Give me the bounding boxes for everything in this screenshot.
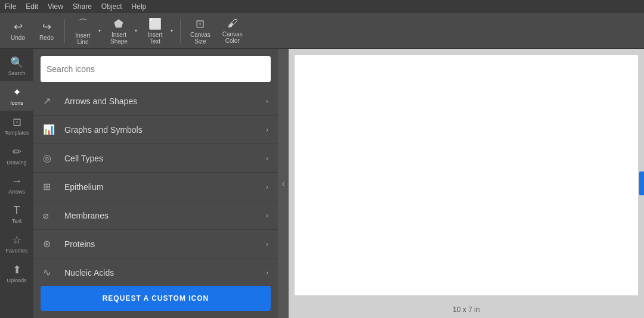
- panel-collapse-button[interactable]: ‹: [278, 49, 289, 318]
- menu-view[interactable]: View: [48, 2, 63, 11]
- chevron-right-2-icon: ›: [266, 126, 268, 134]
- insert-line-group: ⌒ Insert Line ▾: [70, 14, 103, 48]
- canvas-size-label: 10 x 7 in: [453, 305, 479, 314]
- undo-icon: ↩: [14, 20, 23, 33]
- menu-file[interactable]: File: [5, 2, 16, 11]
- canvas-inner[interactable]: [295, 55, 638, 295]
- category-list: ↗ Arrows and Shapes › 📊 Graphs and Symbo…: [33, 87, 278, 281]
- category-proteins[interactable]: ⊛ Proteins ›: [33, 230, 278, 258]
- sidebar-item-icons[interactable]: ✦ Icons: [0, 81, 33, 111]
- search-input[interactable]: [47, 64, 265, 74]
- request-custom-icon-button[interactable]: REQUEST A CUSTOM ICON: [41, 286, 271, 311]
- insert-text-dropdown[interactable]: ▾: [168, 26, 175, 36]
- canvas-color-button[interactable]: 🖌 Canvas Color: [218, 15, 247, 46]
- category-nucleic-acids[interactable]: ∿ Nucleic Acids ›: [33, 258, 278, 281]
- canvas-footer: 10 x 7 in: [289, 301, 644, 318]
- search-input-wrapper: [41, 56, 271, 82]
- menu-object[interactable]: Object: [101, 2, 122, 11]
- sidebar-item-templates[interactable]: ⊡ Templates: [0, 111, 33, 141]
- canvas-area[interactable]: 10 x 7 in: [289, 49, 644, 318]
- chevron-right-7-icon: ›: [266, 269, 268, 277]
- arrows-shapes-icon: ↗: [43, 95, 57, 107]
- redo-button[interactable]: ↪ Redo: [33, 18, 60, 43]
- menu-bar: File Edit View Share Object Help: [0, 0, 644, 13]
- favorites-nav-icon: ☆: [12, 233, 21, 247]
- insert-line-icon: ⌒: [78, 17, 88, 31]
- insert-line-button[interactable]: ⌒ Insert Line: [70, 14, 96, 48]
- insert-shape-button[interactable]: ⬟ Insert Shape: [106, 15, 132, 47]
- category-membranes[interactable]: ⌀ Membranes ›: [33, 201, 278, 230]
- arrows-nav-icon: →: [11, 175, 22, 188]
- canvas-size-icon: ⊡: [196, 17, 205, 30]
- redo-icon: ↪: [42, 20, 51, 33]
- graphs-symbols-icon: 📊: [43, 124, 57, 135]
- right-panel-indicator: [639, 172, 644, 195]
- insert-shape-group: ⬟ Insert Shape ▾: [106, 15, 140, 47]
- category-epithelium[interactable]: ⊞ Epithelium ›: [33, 173, 278, 201]
- category-graphs-symbols[interactable]: 📊 Graphs and Symbols ›: [33, 116, 278, 144]
- epithelium-icon: ⊞: [43, 181, 57, 192]
- nucleic-acids-icon: ∿: [43, 267, 57, 278]
- icons-nav-icon: ✦: [13, 86, 21, 99]
- drawing-nav-icon: ✏: [13, 145, 21, 158]
- search-area: [33, 49, 278, 87]
- category-arrows-shapes[interactable]: ↗ Arrows and Shapes ›: [33, 87, 278, 116]
- insert-text-icon: ⬜: [148, 17, 162, 30]
- insert-text-group: ⬜ Insert Text ▾: [142, 15, 175, 47]
- menu-help[interactable]: Help: [132, 2, 147, 11]
- search-nav-icon: 🔍: [10, 56, 23, 69]
- canvas-color-icon: 🖌: [227, 17, 238, 30]
- insert-shape-icon: ⬟: [114, 17, 123, 30]
- menu-edit[interactable]: Edit: [26, 2, 38, 11]
- undo-button[interactable]: ↩ Undo: [5, 18, 31, 43]
- templates-nav-icon: ⊡: [13, 116, 21, 129]
- category-cell-types[interactable]: ◎ Cell Types ›: [33, 144, 278, 173]
- proteins-icon: ⊛: [43, 238, 57, 250]
- chevron-right-4-icon: ›: [266, 183, 268, 191]
- sidebar-item-search[interactable]: 🔍 Search: [0, 51, 33, 81]
- menu-share[interactable]: Share: [73, 2, 92, 11]
- chevron-right-3-icon: ›: [266, 154, 268, 163]
- sidebar-item-uploads[interactable]: ⬆ Uploads: [0, 258, 33, 288]
- toolbar-divider-1: [64, 19, 65, 43]
- insert-line-dropdown[interactable]: ▾: [96, 26, 103, 36]
- sidebar-item-favorites[interactable]: ☆ Favorites: [0, 229, 33, 258]
- cell-types-icon: ◎: [43, 152, 57, 164]
- chevron-right-icon: ›: [266, 97, 268, 105]
- chevron-right-5-icon: ›: [266, 211, 268, 220]
- uploads-nav-icon: ⬆: [13, 263, 21, 276]
- sidebar-item-drawing[interactable]: ✏ Drawing: [0, 141, 33, 170]
- toolbar: ↩ Undo ↪ Redo ⌒ Insert Line ▾ ⬟ Insert S…: [0, 13, 644, 49]
- insert-text-button[interactable]: ⬜ Insert Text: [142, 15, 168, 47]
- main-content: 🔍 Search ✦ Icons ⊡ Templates ✏ Drawing →…: [0, 49, 644, 318]
- chevron-right-6-icon: ›: [266, 240, 268, 248]
- dropdown-arrow-icon: ▾: [98, 28, 101, 33]
- canvas-size-button[interactable]: ⊡ Canvas Size: [185, 15, 215, 47]
- icon-panel: ↗ Arrows and Shapes › 📊 Graphs and Symbo…: [33, 49, 278, 318]
- membranes-icon: ⌀: [43, 210, 57, 221]
- collapse-icon: ‹: [282, 179, 285, 188]
- dropdown-arrow-2-icon: ▾: [135, 28, 137, 33]
- text-nav-icon: T: [14, 204, 20, 217]
- sidebar-item-text[interactable]: T Text: [0, 199, 33, 229]
- insert-shape-dropdown[interactable]: ▾: [132, 26, 140, 36]
- sidebar-item-arrows[interactable]: → Arrows: [0, 170, 33, 199]
- left-sidebar: 🔍 Search ✦ Icons ⊡ Templates ✏ Drawing →…: [0, 49, 33, 318]
- dropdown-arrow-3-icon: ▾: [171, 28, 173, 33]
- toolbar-divider-2: [180, 19, 181, 43]
